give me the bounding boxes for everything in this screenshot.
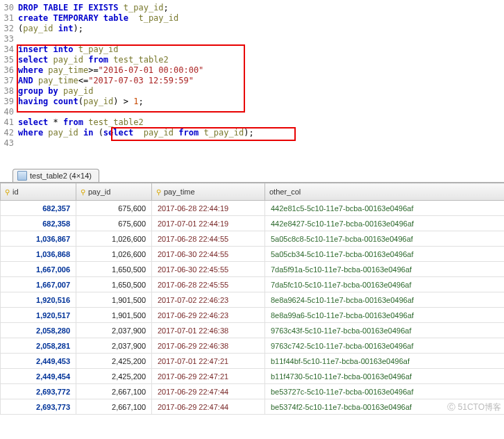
cell[interactable]: 2,667,100 <box>76 399 152 415</box>
cell[interactable]: 7da5f91a-5c10-11e7-bcba-00163e0496af <box>265 262 505 277</box>
cell[interactable]: 8e8a9624-5c10-11e7-bcba-00163e0496af <box>265 292 505 308</box>
cell[interactable]: 5a05c8c8-5c10-11e7-bcba-00163e0496af <box>265 231 505 247</box>
cell[interactable]: 8e8a99a6-5c10-11e7-bcba-00163e0496af <box>265 308 505 323</box>
cell[interactable]: 682,358 <box>1 216 76 231</box>
table-row[interactable]: 2,693,7722,667,1002017-06-29 22:47:44be5… <box>1 384 505 399</box>
table-row[interactable]: 1,036,8681,026,6002017-06-30 22:44:555a0… <box>1 247 505 262</box>
cell[interactable]: 2,425,200 <box>76 369 152 384</box>
code-line[interactable]: 36where pay_time>="2016-07-01 00:00:00" <box>0 65 504 76</box>
line-number: 33 <box>0 34 17 44</box>
cell[interactable]: 2017-07-02 22:46:23 <box>152 292 265 308</box>
cell[interactable]: 1,650,500 <box>76 262 152 277</box>
cell[interactable]: 2017-06-30 22:45:55 <box>152 262 265 277</box>
cell[interactable]: 7da5fc10-5c10-11e7-bcba-00163e0496af <box>265 277 505 292</box>
code-line[interactable]: 32(pay_id int); <box>0 24 504 34</box>
cell[interactable]: 1,036,867 <box>1 231 76 247</box>
cell[interactable]: 2,058,280 <box>1 323 76 338</box>
cell[interactable]: 1,920,516 <box>1 292 76 308</box>
cell[interactable]: 675,600 <box>76 216 152 231</box>
cell[interactable]: 1,901,500 <box>76 292 152 308</box>
result-tab[interactable]: test_table2 (4×14) <box>12 169 99 182</box>
result-grid-wrap: ⚲id⚲pay_id⚲pay_timeother_col682,357675,6… <box>0 182 504 415</box>
cell[interactable]: 2017-06-28 22:44:19 <box>152 201 265 216</box>
cell[interactable]: 2,425,200 <box>76 354 152 369</box>
cell[interactable]: be53727c-5c10-11e7-bcba-00163e0496af <box>265 384 505 399</box>
cell[interactable]: 2,058,281 <box>1 338 76 354</box>
table-row[interactable]: 1,667,0061,650,5002017-06-30 22:45:557da… <box>1 262 505 277</box>
cell[interactable]: 1,920,517 <box>1 308 76 323</box>
line-number: 30 <box>0 3 17 13</box>
code-line[interactable]: 31create TEMPORARY table t_pay_id <box>0 13 504 24</box>
cell[interactable]: 675,600 <box>76 201 152 216</box>
cell[interactable]: 1,667,006 <box>1 262 76 277</box>
cell[interactable]: 2,449,453 <box>1 354 76 369</box>
cell[interactable]: b11f44bf-5c10-11e7-bcba-00163e0496af <box>265 354 505 369</box>
cell[interactable]: 682,357 <box>1 201 76 216</box>
table-row[interactable]: 1,920,5171,901,5002017-06-29 22:46:238e8… <box>1 308 505 323</box>
cell[interactable]: 2017-07-01 22:47:21 <box>152 354 265 369</box>
code-line[interactable]: 34insert into t_pay_id <box>0 44 504 55</box>
line-number: 37 <box>0 76 17 86</box>
table-row[interactable]: 2,058,2812,037,9002017-06-29 22:46:38976… <box>1 338 505 354</box>
cell[interactable]: 9763c742-5c10-11e7-bcba-00163e0496af <box>265 338 505 354</box>
table-row[interactable]: 2,449,4542,425,2002017-06-29 22:47:21b11… <box>1 369 505 384</box>
cell[interactable]: be5374f2-5c10-11e7-bcba-00163e0496af <box>265 399 505 415</box>
line-number: 36 <box>0 65 17 76</box>
line-number: 32 <box>0 24 17 34</box>
result-grid[interactable]: ⚲id⚲pay_id⚲pay_timeother_col682,357675,6… <box>0 183 504 415</box>
cell[interactable]: 1,667,007 <box>1 277 76 292</box>
cell[interactable]: 2,037,900 <box>76 323 152 338</box>
column-header[interactable]: ⚲id <box>1 183 76 201</box>
line-number: 43 <box>0 138 17 149</box>
cell[interactable]: 2017-06-29 22:46:23 <box>152 308 265 323</box>
cell[interactable]: 2,693,772 <box>1 384 76 399</box>
cell[interactable]: 2017-06-29 22:47:44 <box>152 384 265 399</box>
cell[interactable]: 2017-07-01 22:46:38 <box>152 323 265 338</box>
code-line[interactable]: 30DROP TABLE IF EXISTS t_pay_id; <box>0 3 504 13</box>
table-row[interactable]: 682,358675,6002017-07-01 22:44:19442e842… <box>1 216 505 231</box>
cell[interactable]: 2017-06-30 22:44:55 <box>152 247 265 262</box>
cell[interactable]: 2,037,900 <box>76 338 152 354</box>
code-line[interactable]: 43 <box>0 138 504 149</box>
cell[interactable]: b11f4730-5c10-11e7-bcba-00163e0496af <box>265 369 505 384</box>
code-line[interactable]: 37AND pay_time<="2017-07-03 12:59:59" <box>0 76 504 86</box>
cell[interactable]: 2017-06-29 22:47:44 <box>152 399 265 415</box>
code-line[interactable]: 41select * from test_table2 <box>0 117 504 128</box>
code-line[interactable]: 39having count(pay_id) > 1; <box>0 97 504 107</box>
key-icon: ⚲ <box>156 188 161 196</box>
code-line[interactable]: 42where pay_id in (select pay_id from t_… <box>0 128 504 138</box>
column-header[interactable]: ⚲pay_time <box>152 183 265 201</box>
column-header[interactable]: other_col <box>265 183 505 201</box>
code-line[interactable]: 35select pay_id from test_table2 <box>0 55 504 65</box>
cell[interactable]: 442e81c5-5c10-11e7-bcba-00163e0496af <box>265 201 505 216</box>
column-header[interactable]: ⚲pay_id <box>76 183 152 201</box>
cell[interactable]: 2017-06-28 22:44:55 <box>152 231 265 247</box>
cell[interactable]: 2017-06-29 22:47:21 <box>152 369 265 384</box>
table-row[interactable]: 1,920,5161,901,5002017-07-02 22:46:238e8… <box>1 292 505 308</box>
table-row[interactable]: 1,036,8671,026,6002017-06-28 22:44:555a0… <box>1 231 505 247</box>
cell[interactable]: 2,667,100 <box>76 384 152 399</box>
table-row[interactable]: 2,449,4532,425,2002017-07-01 22:47:21b11… <box>1 354 505 369</box>
cell[interactable]: 2017-07-01 22:44:19 <box>152 216 265 231</box>
cell[interactable]: 1,026,600 <box>76 247 152 262</box>
cell[interactable]: 2017-06-29 22:46:38 <box>152 338 265 354</box>
sql-editor[interactable]: 30DROP TABLE IF EXISTS t_pay_id;31create… <box>0 0 504 154</box>
code-line[interactable]: 33 <box>0 34 504 44</box>
cell[interactable]: 1,901,500 <box>76 308 152 323</box>
cell[interactable]: 5a05cb34-5c10-11e7-bcba-00163e0496af <box>265 247 505 262</box>
table-row[interactable]: 2,058,2802,037,9002017-07-01 22:46:38976… <box>1 323 505 338</box>
cell[interactable]: 1,036,868 <box>1 247 76 262</box>
cell[interactable]: 2,693,773 <box>1 399 76 415</box>
cell[interactable]: 442e8427-5c10-11e7-bcba-00163e0496af <box>265 216 505 231</box>
table-row[interactable]: 682,357675,6002017-06-28 22:44:19442e81c… <box>1 201 505 216</box>
code-line[interactable]: 38group by pay_id <box>0 86 504 97</box>
table-row[interactable]: 1,667,0071,650,5002017-06-28 22:45:557da… <box>1 277 505 292</box>
code-line[interactable]: 40 <box>0 107 504 117</box>
cell[interactable]: 1,026,600 <box>76 231 152 247</box>
line-number: 40 <box>0 107 17 117</box>
cell[interactable]: 9763c43f-5c10-11e7-bcba-00163e0496af <box>265 323 505 338</box>
cell[interactable]: 1,650,500 <box>76 277 152 292</box>
table-row[interactable]: 2,693,7732,667,1002017-06-29 22:47:44be5… <box>1 399 505 415</box>
cell[interactable]: 2017-06-28 22:45:55 <box>152 277 265 292</box>
cell[interactable]: 2,449,454 <box>1 369 76 384</box>
